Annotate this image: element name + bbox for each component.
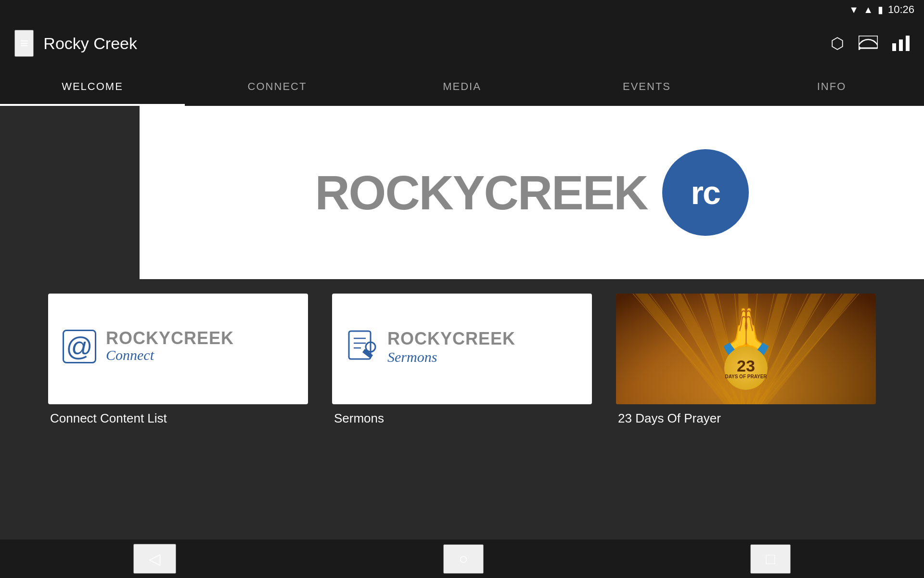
prayer-days-text: DAYS OF PRAYER bbox=[725, 374, 767, 379]
prayer-number: 23 bbox=[737, 358, 755, 374]
app-bar-actions: ⬡ bbox=[831, 34, 910, 52]
tab-welcome-label: WELCOME bbox=[62, 80, 123, 93]
svg-rect-4 bbox=[906, 36, 910, 51]
tab-events-label: EVENTS bbox=[623, 80, 671, 93]
tab-welcome[interactable]: WELCOME bbox=[0, 67, 185, 106]
main-content: ROCKYCREEK rc @ ROCKYCREEK Connect bbox=[0, 106, 924, 539]
tab-info[interactable]: INFO bbox=[739, 67, 924, 106]
connect-card-label: Connect Content List bbox=[48, 411, 308, 426]
tab-connect-label: CONNECT bbox=[248, 80, 307, 93]
svg-point-1 bbox=[859, 46, 860, 50]
hero-logo-container: ROCKYCREEK rc bbox=[315, 149, 748, 236]
prayer-hands: 🙏 23 DAYS OF PRAYER bbox=[716, 308, 776, 390]
tab-media[interactable]: MEDIA bbox=[370, 67, 554, 106]
svg-rect-2 bbox=[892, 43, 896, 51]
prayer-coin: 23 DAYS OF PRAYER bbox=[724, 347, 768, 390]
card-connect-content[interactable]: @ ROCKYCREEK Connect Connect Content Lis… bbox=[48, 294, 308, 426]
stats-icon[interactable] bbox=[892, 36, 910, 51]
back-button[interactable]: ◁ bbox=[133, 544, 176, 574]
cast-icon-svg[interactable] bbox=[859, 36, 878, 51]
prayer-card-label: 23 Days Of Prayer bbox=[616, 411, 876, 426]
sermons-brand-main: ROCKYCREEK bbox=[387, 329, 515, 349]
card-connect-image: @ ROCKYCREEK Connect bbox=[48, 294, 308, 404]
sermons-card-label: Sermons bbox=[332, 411, 592, 426]
connect-brand-main: ROCKYCREEK bbox=[106, 330, 234, 347]
status-time: 10:26 bbox=[888, 3, 914, 16]
card-sermons[interactable]: ROCKYCREEK Sermons Sermons bbox=[332, 294, 592, 426]
card-prayer[interactable]: 🙏 23 DAYS OF PRAYER 23 Days Of Prayer bbox=[616, 294, 876, 426]
rc-circle: rc bbox=[662, 149, 749, 236]
cast-icon[interactable]: ⬡ bbox=[831, 34, 844, 52]
status-bar: ▼ ▲ ▮ 10:26 bbox=[0, 0, 924, 19]
card-sermons-image: ROCKYCREEK Sermons bbox=[332, 294, 592, 404]
app-title: Rocky Creek bbox=[43, 34, 831, 53]
connect-brand-script: Connect bbox=[106, 347, 234, 363]
tab-connect[interactable]: CONNECT bbox=[185, 67, 370, 106]
wifi-icon: ▼ bbox=[849, 4, 859, 15]
sermons-card-inner: ROCKYCREEK Sermons bbox=[332, 319, 592, 379]
connect-card-inner: @ ROCKYCREEK Connect bbox=[48, 320, 308, 378]
hamburger-button[interactable]: ≡ bbox=[14, 30, 34, 57]
cards-section: @ ROCKYCREEK Connect Connect Content Lis… bbox=[0, 294, 924, 426]
status-icons: ▼ ▲ ▮ 10:26 bbox=[849, 3, 914, 16]
rc-circle-text: rc bbox=[691, 174, 719, 211]
sermons-brand-script: Sermons bbox=[387, 349, 515, 365]
home-button[interactable]: ○ bbox=[443, 544, 483, 574]
svg-rect-3 bbox=[899, 39, 903, 51]
tab-bar: WELCOME CONNECT MEDIA EVENTS INFO bbox=[0, 67, 924, 106]
signal-icon: ▲ bbox=[863, 4, 873, 15]
sermons-doc-icon bbox=[346, 329, 378, 369]
card-prayer-image: 🙏 23 DAYS OF PRAYER bbox=[616, 294, 876, 404]
hero-banner: ROCKYCREEK rc bbox=[140, 106, 924, 279]
app-bar: ≡ Rocky Creek ⬡ bbox=[0, 19, 924, 67]
hero-logo-text: ROCKYCREEK bbox=[315, 165, 647, 220]
tab-events[interactable]: EVENTS bbox=[554, 67, 739, 106]
bottom-nav: ◁ ○ □ bbox=[0, 539, 924, 578]
recent-apps-button[interactable]: □ bbox=[750, 544, 790, 574]
tab-media-label: MEDIA bbox=[443, 80, 481, 93]
at-icon: @ bbox=[63, 330, 96, 363]
battery-icon: ▮ bbox=[878, 4, 883, 15]
tab-info-label: INFO bbox=[817, 80, 847, 93]
